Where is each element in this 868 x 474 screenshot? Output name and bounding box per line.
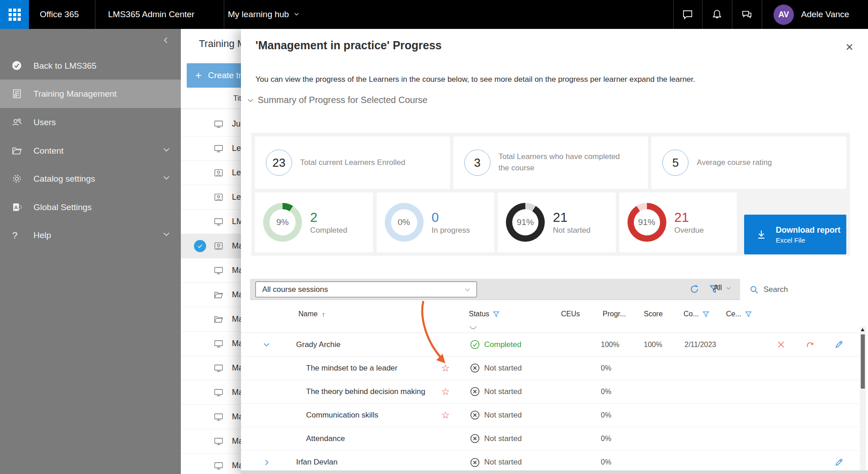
progress-value: 100% — [599, 341, 640, 349]
page-title: Training M — [199, 38, 245, 50]
dialog-title: 'Management in practice' Progress — [255, 39, 442, 52]
download-report-button[interactable]: Download report Excel File — [744, 215, 846, 254]
chevron-down-icon — [246, 96, 255, 104]
sidebar-item-users[interactable]: Users — [0, 108, 181, 136]
course-monitor-icon — [213, 460, 224, 471]
delete-icon[interactable] — [776, 340, 786, 350]
search-input[interactable] — [764, 285, 859, 294]
donut-card-not-started: 91% 21Not started — [498, 192, 616, 252]
edit-pencil-icon[interactable] — [834, 457, 844, 467]
filter-toolbar: All course sessions All — [250, 279, 868, 300]
column-header-ceus[interactable]: CEUs — [558, 310, 599, 318]
donut-count: 21 — [675, 210, 704, 225]
course-monitor-icon — [213, 412, 224, 422]
donut-card-overdue: 91% 21Overdue — [619, 192, 737, 252]
progress-value: 0% — [599, 364, 640, 372]
brand-lms365-admin[interactable]: LMS365 Admin Center — [108, 0, 194, 29]
sidebar-item-training-management[interactable]: Training Management — [0, 80, 181, 108]
donut-label: In progress — [432, 226, 470, 235]
module-row[interactable]: Attendance Not started 0% — [241, 427, 859, 451]
notifications-bell-icon[interactable] — [709, 6, 725, 23]
stat-card-rating: 5 Average course rating — [651, 136, 846, 189]
app-launcher-button[interactable] — [0, 0, 29, 29]
status-not-started: Not started — [468, 363, 558, 373]
sidebar-item-global-settings[interactable]: Global Settings — [0, 193, 181, 221]
not-started-icon — [470, 433, 480, 444]
not-started-icon — [470, 410, 480, 420]
scroll-up-arrow[interactable] — [861, 328, 864, 331]
column-header-progress[interactable]: Progr... — [599, 310, 640, 318]
table-header: Name↑ Status CEUs Progr... Score Co... C… — [241, 302, 859, 326]
stat-card-enrolled: 23 Total current Learners Enrolled — [255, 136, 450, 189]
column-header-completion[interactable]: Co... — [680, 310, 723, 318]
dialog-description: You can view the progress of the Learner… — [255, 75, 843, 84]
stat-value: 5 — [662, 150, 689, 176]
feedback-icon[interactable] — [739, 6, 755, 23]
not-started-icon — [470, 363, 480, 373]
filter-funnel-icon[interactable] — [492, 310, 500, 318]
selected-check-icon[interactable] — [194, 240, 206, 252]
refresh-icon[interactable] — [688, 282, 701, 296]
donut-count: 0 — [432, 210, 470, 225]
column-header-certificate[interactable]: Ce... — [723, 310, 769, 318]
filter-all-dropdown[interactable]: All — [713, 283, 732, 292]
filter-funnel-icon[interactable] — [702, 310, 710, 318]
chevron-down-icon — [162, 145, 171, 156]
vertical-scrollbar[interactable] — [860, 326, 866, 470]
sidebar-item-catalog-settings[interactable]: Catalog settings — [0, 164, 181, 193]
status-not-started: Not started — [468, 457, 558, 468]
user-name[interactable]: Adele Vance — [801, 0, 849, 29]
module-name: Communication skills — [292, 411, 441, 420]
scrollbar-thumb[interactable] — [861, 334, 865, 389]
edit-pencil-icon[interactable] — [834, 340, 844, 350]
brand-office365[interactable]: Office 365 — [40, 0, 79, 29]
status-not-started: Not started — [468, 386, 558, 397]
learner-name: Irfan Devlan — [292, 458, 441, 467]
chevron-down-icon — [725, 285, 732, 291]
column-header-status[interactable]: Status — [468, 310, 558, 318]
course-monitor-icon — [213, 338, 224, 349]
collapse-row-icon[interactable] — [241, 340, 292, 349]
horizontal-scrollbar[interactable] — [241, 470, 868, 474]
hub-menu[interactable]: My learning hub — [228, 0, 300, 29]
avatar[interactable]: AV — [774, 5, 794, 25]
module-name: Attendance — [292, 434, 441, 443]
progress-value: 0% — [599, 388, 640, 396]
donut-card-completed: 9% 2Completed — [255, 192, 373, 252]
expand-row-icon[interactable] — [241, 458, 292, 467]
filter-funnel-icon[interactable] — [745, 310, 752, 318]
column-header-name[interactable]: Name↑ — [292, 310, 441, 318]
retake-icon[interactable] — [805, 340, 815, 350]
sidebar-item-help[interactable]: ? Help — [0, 221, 181, 249]
course-monitor-icon — [213, 119, 224, 129]
learner-row-grady-archie[interactable]: Grady Archie Completed 100% 100% 2/11/20… — [241, 333, 859, 357]
course-monitor-icon — [213, 436, 224, 446]
instructor-icon — [213, 241, 224, 251]
chevron-down-icon — [464, 286, 471, 293]
course-sessions-select[interactable]: All course sessions — [255, 282, 477, 297]
topbar-divider — [732, 0, 732, 29]
sidebar-collapse-button[interactable] — [159, 33, 173, 47]
question-mark-icon: ? — [12, 230, 23, 241]
sidebar-item-content[interactable]: Content — [0, 136, 181, 165]
column-header-score[interactable]: Score — [640, 310, 680, 318]
sidebar-item-back-to-lms365[interactable]: Back to LMS365 — [0, 52, 181, 80]
required-star-icon: ☆ — [441, 363, 468, 374]
download-icon — [756, 229, 767, 240]
chat-icon[interactable] — [679, 6, 696, 23]
not-started-icon — [470, 386, 480, 397]
module-row[interactable]: The theory behind decision making ☆ Not … — [241, 380, 859, 404]
module-row[interactable]: Communication skills ☆ Not started 0% — [241, 404, 859, 427]
module-row[interactable]: The mindset to be a leader ☆ Not started… — [241, 357, 859, 380]
document-icon — [11, 88, 23, 100]
topbar-divider — [702, 0, 703, 29]
instructor-icon — [213, 168, 224, 178]
chevron-down-icon — [162, 230, 171, 241]
status-not-started: Not started — [468, 410, 558, 420]
course-monitor-icon — [213, 363, 224, 373]
folder-icon — [11, 145, 23, 157]
chevron-down-icon — [293, 9, 300, 19]
global-settings-icon — [11, 202, 23, 213]
close-icon[interactable]: ✕ — [842, 40, 857, 55]
summary-section-toggle[interactable]: Summary of Progress for Selected Course — [246, 95, 428, 105]
